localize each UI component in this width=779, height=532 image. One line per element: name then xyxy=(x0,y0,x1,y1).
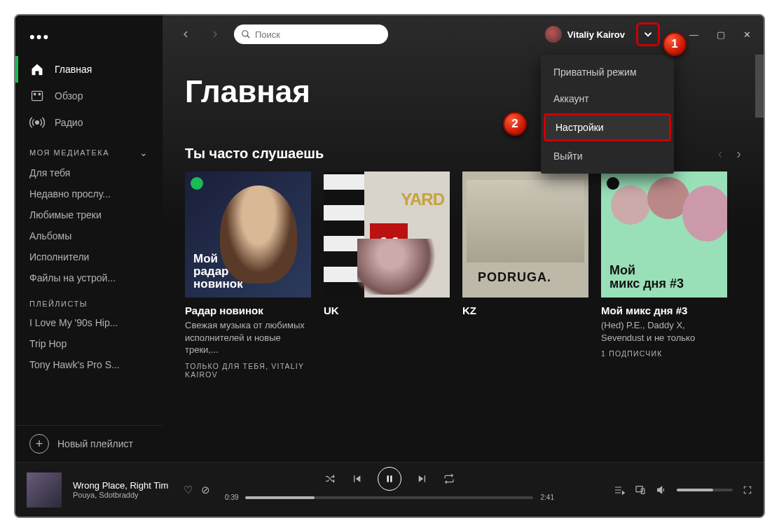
total-time: 2:41 xyxy=(540,493,553,501)
svg-rect-0 xyxy=(32,91,43,100)
card[interactable]: Мой микс дня #3 Мой микс дня #3 (Hed) P.… xyxy=(601,172,727,379)
cover-art: PODRUGA. xyxy=(462,172,588,298)
now-playing-title[interactable]: Wrong Place, Right Tim xyxy=(73,480,168,491)
dropdown-settings[interactable]: Настройки xyxy=(544,113,671,141)
playlist-item[interactable]: Trip Hop xyxy=(15,333,163,354)
card-title: KZ xyxy=(462,304,588,316)
card-title: Мой микс дня #3 xyxy=(601,304,727,316)
card-meta: ТОЛЬКО ДЛЯ ТЕБЯ, VITALIY KAIROV xyxy=(185,362,311,379)
card-subtitle: Свежая музыка от любимых исполнителей и … xyxy=(185,319,311,356)
avatar xyxy=(545,26,562,43)
nav-label: Радио xyxy=(55,117,83,128)
dropdown-account[interactable]: Аккаунт xyxy=(541,85,674,112)
card[interactable]: Мой радар новинок Радар новинок Свежая м… xyxy=(185,172,311,379)
library-item[interactable]: Исполнители xyxy=(15,246,163,267)
library-item[interactable]: Недавно прослу... xyxy=(15,183,163,204)
card-meta: 1 ПОДПИСЧИК xyxy=(601,349,727,358)
playlists-header: ПЛЕЙЛИСТЫ xyxy=(29,300,88,308)
window-maximize[interactable]: ▢ xyxy=(717,29,725,40)
library-item[interactable]: Любимые треки xyxy=(15,204,163,225)
svg-point-4 xyxy=(242,31,248,36)
playlist-item[interactable]: Tony Hawk's Pro S... xyxy=(15,354,163,375)
sound-icon xyxy=(229,216,267,253)
back-button[interactable] xyxy=(175,24,196,45)
card-subtitle: (Hed) P.E., Daddy X, Sevendust и не толь… xyxy=(601,319,727,344)
radio-icon xyxy=(29,115,45,130)
forward-button[interactable] xyxy=(205,24,226,45)
app-menu-button[interactable]: ••• xyxy=(15,24,163,56)
nav-home[interactable]: Главная xyxy=(15,56,163,83)
cover-art: YARD9.9 xyxy=(324,172,450,298)
home-icon xyxy=(29,62,45,77)
cover-art: Мой радар новинок xyxy=(185,172,311,298)
player-bar: Wrong Place, Right Tim Pouya, Sdotbraddy… xyxy=(15,462,764,517)
user-menu-toggle[interactable] xyxy=(636,22,660,46)
new-playlist-button[interactable]: + Новый плейлист xyxy=(15,425,163,462)
window-close[interactable]: ✕ xyxy=(743,29,751,40)
nav-label: Обзор xyxy=(55,90,83,102)
progress-bar[interactable] xyxy=(246,496,534,499)
cover-art: Мой микс дня #3 xyxy=(601,172,727,298)
plus-icon: + xyxy=(29,434,49,454)
window-minimize[interactable]: — xyxy=(689,29,698,40)
svg-point-3 xyxy=(36,121,39,125)
carousel-next[interactable]: › xyxy=(736,146,741,162)
carousel-prev[interactable]: ‹ xyxy=(718,146,723,162)
annotation-badge-1: 1 xyxy=(663,32,687,56)
volume-slider[interactable] xyxy=(677,489,733,491)
playlist-item[interactable]: I Love My '90s Hip... xyxy=(15,312,163,333)
elapsed-time: 0:39 xyxy=(225,493,238,501)
previous-button[interactable] xyxy=(351,473,362,484)
search-input[interactable] xyxy=(255,29,381,40)
pause-button[interactable] xyxy=(378,467,401,491)
nav-browse[interactable]: Обзор xyxy=(15,83,163,109)
library-item[interactable]: Альбомы xyxy=(15,225,163,246)
now-playing-cover[interactable] xyxy=(27,472,62,507)
card-title: Радар новинок xyxy=(185,304,311,316)
dropdown-logout[interactable]: Выйти xyxy=(541,143,674,169)
library-header: МОЯ МЕДИАТЕКА xyxy=(29,148,109,157)
search-box[interactable] xyxy=(234,24,388,44)
sidebar: ••• Главная Обзор Радио МОЯ МЕДИАТЕКА ⌄ … xyxy=(15,15,163,462)
scrollbar-thumb[interactable] xyxy=(755,55,764,118)
annotation-badge-2: 2 xyxy=(503,112,527,136)
ban-button[interactable]: ⊘ xyxy=(201,484,210,496)
devices-button[interactable] xyxy=(635,484,646,496)
nav-radio[interactable]: Радио xyxy=(15,109,163,136)
spotify-logo-icon xyxy=(191,177,203,190)
svg-rect-5 xyxy=(387,475,389,482)
now-playing-artist[interactable]: Pouya, Sdotbraddy xyxy=(73,491,168,499)
library-item[interactable]: Для тебя xyxy=(15,162,163,183)
volume-icon[interactable] xyxy=(656,484,667,496)
dropdown-private-mode[interactable]: Приватный режим xyxy=(541,59,674,85)
card[interactable]: PODRUGA. KZ xyxy=(462,172,588,379)
user-chip[interactable]: Vitaliy Kairov xyxy=(545,26,625,43)
search-icon xyxy=(241,29,251,39)
like-button[interactable]: ♡ xyxy=(184,484,193,496)
chevron-down-icon[interactable]: ⌄ xyxy=(139,147,149,158)
cover-text: Мой радар новинок xyxy=(193,253,243,290)
card-title: UK xyxy=(324,304,450,316)
user-dropdown: Приватный режим Аккаунт Настройки Выйти xyxy=(541,55,674,174)
next-button[interactable] xyxy=(417,473,428,484)
svg-point-2 xyxy=(39,93,41,95)
library-item[interactable]: Файлы на устрой... xyxy=(15,267,163,288)
browse-icon xyxy=(29,88,45,104)
spotify-logo-icon xyxy=(607,177,619,190)
user-name: Vitaliy Kairov xyxy=(567,29,625,40)
svg-point-1 xyxy=(34,93,36,95)
main-view: Vitaliy Kairov — ▢ ✕ Приватный режим Акк… xyxy=(163,15,764,462)
card[interactable]: YARD9.9 UK xyxy=(324,172,450,379)
nav-label: Главная xyxy=(55,64,92,75)
cover-text: Мой микс дня #3 xyxy=(609,264,684,290)
section-title: Ты часто слушаешь xyxy=(185,146,324,162)
svg-rect-6 xyxy=(390,475,392,482)
repeat-button[interactable] xyxy=(443,473,455,484)
shuffle-button[interactable] xyxy=(324,473,336,484)
fullscreen-button[interactable] xyxy=(743,485,752,495)
new-playlist-label: Новый плейлист xyxy=(57,438,133,449)
queue-button[interactable] xyxy=(614,484,625,496)
